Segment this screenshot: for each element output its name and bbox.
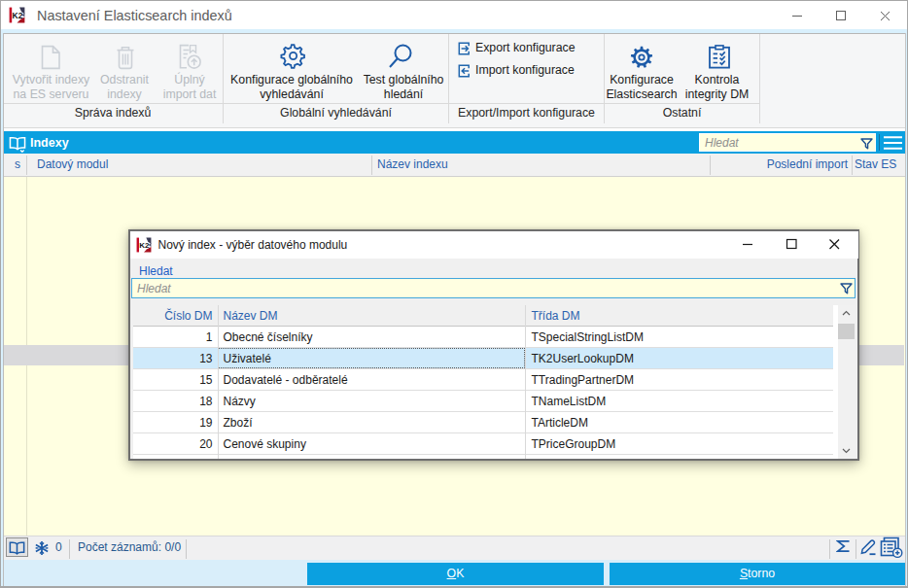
svg-text:K2: K2 [13,11,23,20]
svg-text:K2: K2 [139,241,150,250]
